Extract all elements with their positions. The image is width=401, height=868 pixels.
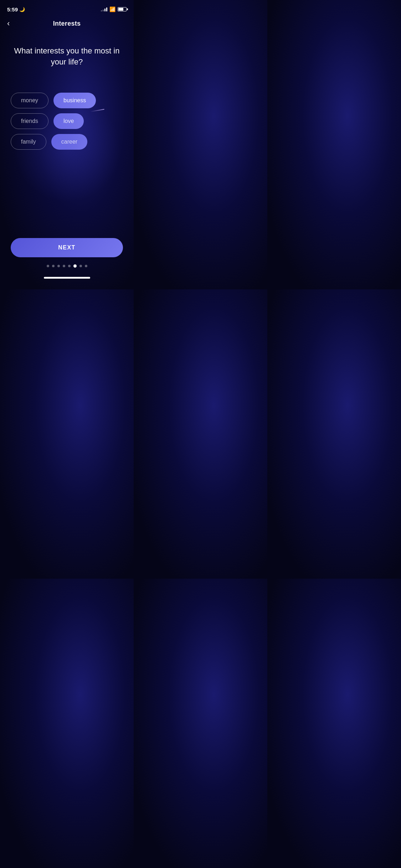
page-title: Interests bbox=[53, 20, 81, 27]
page-dots bbox=[47, 264, 87, 268]
dot-8 bbox=[85, 265, 87, 267]
battery-icon bbox=[118, 7, 127, 11]
signal-icon bbox=[101, 7, 107, 11]
tags-container: money business friends love family caree… bbox=[7, 93, 127, 150]
signal-bar-1 bbox=[101, 10, 102, 11]
signal-bar-3 bbox=[104, 9, 106, 11]
time-display: 5:59 bbox=[7, 6, 18, 12]
signal-bar-2 bbox=[103, 10, 104, 11]
dot-6-active bbox=[73, 264, 77, 268]
dot-5 bbox=[68, 265, 71, 267]
question-text: What interests you the most in your life… bbox=[7, 46, 127, 68]
tag-friends[interactable]: friends bbox=[11, 113, 48, 129]
signal-bar-4 bbox=[106, 7, 107, 11]
bottom-area: NEXT bbox=[0, 238, 134, 289]
dot-7 bbox=[79, 265, 82, 267]
dot-4 bbox=[63, 265, 65, 267]
status-icons: 📶 bbox=[101, 6, 127, 12]
main-content: What interests you the most in your life… bbox=[0, 31, 134, 157]
tag-career[interactable]: career bbox=[51, 134, 87, 150]
dot-1 bbox=[47, 265, 49, 267]
tag-business[interactable]: business bbox=[53, 93, 96, 108]
next-button[interactable]: NEXT bbox=[11, 238, 123, 257]
tag-money[interactable]: money bbox=[11, 93, 48, 108]
tag-family[interactable]: family bbox=[11, 134, 46, 150]
status-bar: 5:59 🌙 📶 bbox=[0, 0, 134, 16]
tag-love[interactable]: love bbox=[53, 113, 84, 129]
dot-3 bbox=[57, 265, 60, 267]
wifi-icon: 📶 bbox=[109, 6, 115, 12]
moon-icon: 🌙 bbox=[19, 7, 25, 12]
back-button[interactable]: ‹ bbox=[7, 20, 10, 27]
status-time: 5:59 🌙 bbox=[7, 6, 25, 12]
header: ‹ Interests bbox=[0, 16, 134, 31]
battery-fill bbox=[118, 8, 123, 11]
dot-2 bbox=[52, 265, 55, 267]
home-indicator bbox=[44, 277, 90, 279]
